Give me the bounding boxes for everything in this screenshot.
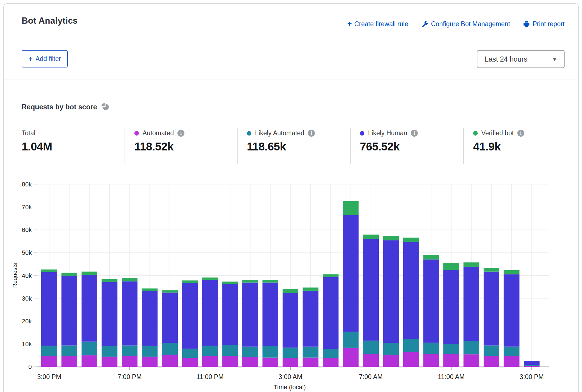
verified-bot-legend-dot xyxy=(473,131,478,136)
bar-segment-automated xyxy=(423,354,439,367)
bar-segment-automated xyxy=(504,356,520,367)
bar-segment-likely-automated xyxy=(222,345,238,356)
bar-segment-verified-bot xyxy=(303,287,319,290)
x-tick-label: 7:00 AM xyxy=(359,373,383,380)
bar-segment-automated xyxy=(182,358,198,367)
bar-segment-automated xyxy=(202,356,218,367)
bar-segment-automated xyxy=(484,356,499,367)
bar-segment-likely-automated xyxy=(82,342,97,355)
bar-segment-likely-human xyxy=(403,242,419,339)
x-tick-label: 11:00 AM xyxy=(438,373,464,380)
info-icon[interactable]: i xyxy=(411,130,418,137)
bar-segment-likely-automated xyxy=(242,347,258,357)
bar-segment-likely-automated xyxy=(283,348,298,358)
bar-segment-likely-automated xyxy=(363,341,379,354)
stat-label: Likely Human xyxy=(368,129,407,137)
bar-segment-likely-automated xyxy=(323,349,339,358)
x-tick-label: 3:00 PM xyxy=(37,373,61,380)
bar-segment-likely-automated xyxy=(443,344,459,354)
y-tick-label: 0 xyxy=(28,363,32,370)
info-icon[interactable]: i xyxy=(517,130,524,137)
stat-value: 41.9k xyxy=(473,140,574,153)
x-tick-label: 7:00 PM xyxy=(118,373,142,380)
stat-label: Likely Automated xyxy=(255,129,304,137)
bar-segment-verified-bot xyxy=(423,255,439,259)
bar-segment-verified-bot xyxy=(142,289,158,291)
likely-human-legend-dot xyxy=(360,131,364,136)
print-report-label: Print report xyxy=(533,20,565,28)
wrench-icon xyxy=(421,21,428,28)
bar-segment-automated xyxy=(403,352,419,367)
bar-segment-likely-automated xyxy=(423,343,439,354)
bar-segment-likely-automated xyxy=(504,347,520,356)
bar-segment-verified-bot xyxy=(383,236,399,240)
bar-segment-automated xyxy=(102,357,118,367)
stat-total: Total 1.04M xyxy=(22,129,123,153)
bar-segment-verified-bot xyxy=(162,290,178,292)
bar-segment-verified-bot xyxy=(443,263,459,270)
stat-divider xyxy=(463,128,464,164)
y-tick-label: 10k xyxy=(22,341,32,348)
info-icon[interactable]: i xyxy=(308,130,315,137)
bar-segment-automated xyxy=(41,356,57,367)
bar-segment-automated xyxy=(142,357,158,367)
bar-segment-likely-human xyxy=(303,291,319,347)
bot-score-chart: 010k20k30k40k50k60k70k80k3:00 PM7:00 PM1… xyxy=(11,169,570,392)
bar-segment-automated xyxy=(162,355,178,367)
add-filter-button[interactable]: + Add filter xyxy=(22,50,68,67)
bar-segment-likely-human xyxy=(423,260,439,343)
bar-segment-automated xyxy=(82,355,97,367)
bar-segment-verified-bot xyxy=(102,279,118,282)
y-tick-label: 50k xyxy=(22,249,32,256)
print-report-link[interactable]: Print report xyxy=(523,20,565,28)
configure-bot-management-link[interactable]: Configure Bot Management xyxy=(421,20,510,28)
bar-segment-automated xyxy=(383,355,399,367)
bar-segment-verified-bot xyxy=(122,278,137,281)
bar-segment-likely-human xyxy=(122,281,137,346)
bar-segment-likely-human xyxy=(202,280,218,346)
bar-segment-likely-human xyxy=(383,240,399,343)
bar-segment-likely-automated xyxy=(403,339,419,352)
info-icon[interactable]: i xyxy=(177,130,184,137)
stat-label: Total xyxy=(22,129,35,137)
printer-icon xyxy=(523,21,530,28)
stat-label: Automated xyxy=(143,129,174,137)
bar-segment-likely-automated xyxy=(41,346,57,356)
configure-bot-management-label: Configure Bot Management xyxy=(431,20,510,28)
card-header: Bot Analytics + Create firewall rule Con… xyxy=(4,4,578,80)
bar-segment-likely-human xyxy=(82,275,97,342)
top-actions: + Create firewall rule Configure Bot Man… xyxy=(347,20,565,28)
stat-value: 118.52k xyxy=(134,140,236,153)
time-range-select[interactable]: Last 24 hours ▼ xyxy=(477,50,565,68)
bar-segment-verified-bot xyxy=(524,361,540,361)
plus-icon: + xyxy=(28,55,33,62)
bot-analytics-card: Bot Analytics + Create firewall rule Con… xyxy=(3,3,579,392)
x-tick-label: 3:00 PM xyxy=(520,373,544,380)
y-tick-label: 20k xyxy=(22,318,32,325)
y-tick-label: 40k xyxy=(22,272,32,279)
bar-segment-verified-bot xyxy=(363,235,379,239)
bar-segment-likely-human xyxy=(242,283,258,347)
bar-segment-likely-human xyxy=(41,272,57,346)
likely-automated-legend-dot xyxy=(247,131,251,136)
bar-segment-likely-human xyxy=(504,274,520,346)
bar-segment-likely-human xyxy=(162,292,178,343)
stat-verified-bot: Verified bot i 41.9k xyxy=(473,129,574,153)
stat-likely-automated: Likely Automated i 118.65k xyxy=(247,129,348,153)
bar-segment-verified-bot xyxy=(323,274,339,277)
bar-segment-verified-bot xyxy=(343,201,359,215)
bar-segment-likely-human xyxy=(102,282,118,346)
create-firewall-rule-link[interactable]: + Create firewall rule xyxy=(347,20,408,28)
bar-segment-likely-human xyxy=(323,277,339,349)
bar-segment-automated xyxy=(443,354,459,367)
page-title: Bot Analytics xyxy=(22,16,78,26)
stat-likely-human: Likely Human i 765.52k xyxy=(360,129,461,153)
bar-segment-likely-human xyxy=(182,283,198,348)
stat-value: 765.52k xyxy=(360,140,461,153)
stat-automated: Automated i 118.52k xyxy=(134,129,236,153)
bar-segment-likely-human xyxy=(283,293,298,348)
bar-segment-likely-automated xyxy=(263,346,278,357)
bar-segment-likely-human xyxy=(62,276,77,345)
bar-segment-automated xyxy=(464,354,479,367)
y-tick-label: 30k xyxy=(22,295,32,302)
